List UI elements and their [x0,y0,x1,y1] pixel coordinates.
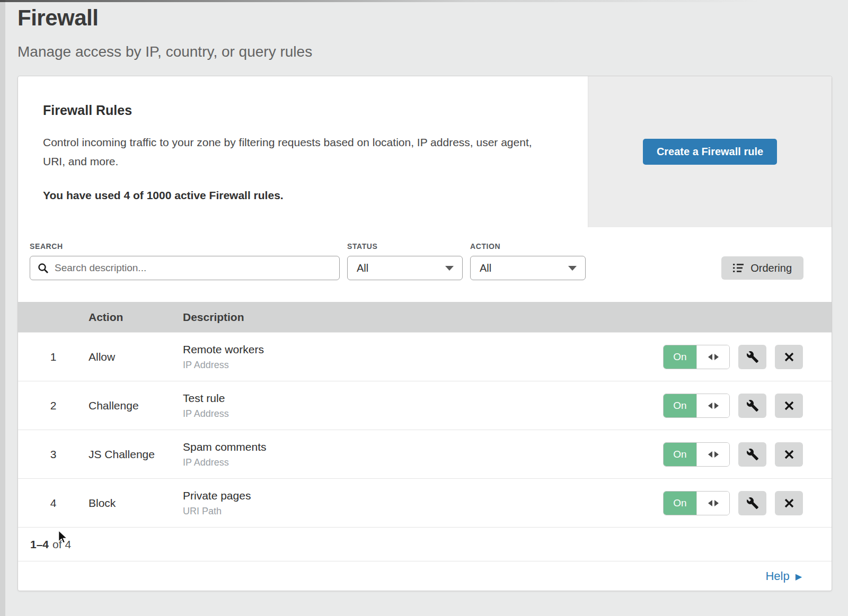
action-select[interactable]: All [470,256,586,280]
wrench-icon [746,399,759,412]
edit-rule-button[interactable] [738,491,766,515]
rule-priority: 2 [18,399,89,412]
list-ordering-icon [733,263,744,273]
rule-description: Remote workers [183,343,663,356]
search-label: SEARCH [30,242,340,251]
rules-description: Control incoming traffic to your zone by… [43,133,544,171]
table-header-row: Action Description [18,302,832,332]
help-link[interactable]: Help [765,569,789,583]
rule-action: Challenge [89,399,183,412]
action-label: ACTION [470,242,586,251]
status-filter: STATUS All [347,242,463,280]
filters-bar: SEARCH STATUS All ACTION All [18,227,832,302]
chevron-down-icon [568,266,577,271]
rule-action: Block [89,497,183,510]
wrench-icon [746,351,759,363]
search-input[interactable] [30,256,339,280]
rules-usage-count: You have used 4 of 1000 active Firewall … [43,189,562,202]
action-filter: ACTION All [470,242,586,280]
toggle-on-label: On [664,492,696,515]
rule-description: Test rule [183,392,663,405]
pagination-bar: 1–4 of 4 [18,527,832,561]
status-label: STATUS [347,242,463,251]
pagination-total: of 4 [52,538,71,551]
rule-action: Allow [89,351,183,363]
rule-description-cell: Spam comments IP Address [183,441,663,468]
status-select[interactable]: All [347,256,463,280]
toggle-on-label: On [664,443,696,466]
close-icon [783,449,795,460]
page-header: Firewall Manage access by IP, country, o… [17,5,312,60]
window-left-edge [0,0,5,616]
create-firewall-rule-button[interactable]: Create a Firewall rule [643,139,777,165]
search-filter: SEARCH [30,242,340,280]
rule-enabled-toggle[interactable]: On [663,345,730,369]
ordering-button[interactable]: Ordering [721,256,803,280]
wrench-icon [746,448,759,461]
table-row: 1 Allow Remote workers IP Address On [18,332,832,381]
ordering-button-label: Ordering [750,262,792,274]
action-column-header: Action [89,311,183,324]
table-row: 2 Challenge Test rule IP Address On [18,381,832,430]
rule-match-type: IP Address [183,360,663,371]
delete-rule-button[interactable] [775,345,803,369]
delete-rule-button[interactable] [775,394,803,418]
rule-description-cell: Test rule IP Address [183,392,663,419]
page-title: Firewall [17,5,312,31]
rule-description-cell: Remote workers IP Address [183,343,663,371]
rule-controls: On [663,394,832,418]
table-row: 3 JS Challenge Spam comments IP Address … [18,430,832,478]
edit-rule-button[interactable] [738,345,766,369]
search-box [30,256,340,280]
rule-description: Private pages [183,489,663,502]
rule-match-type: URI Path [183,506,663,517]
action-selected-value: All [480,262,491,274]
page-subtitle: Manage access by IP, country, or query r… [17,43,312,60]
search-icon [38,263,49,274]
triangle-right-icon: ▶ [796,570,802,582]
close-icon [783,497,795,509]
rule-action: JS Challenge [89,448,183,461]
rule-priority: 3 [18,448,89,461]
rule-match-type: IP Address [183,457,663,468]
delete-rule-button[interactable] [775,442,803,467]
rule-controls: On [663,345,832,369]
help-bar: Help ▶ [18,561,832,591]
toggle-on-label: On [664,394,696,417]
rule-priority: 4 [18,497,89,510]
rules-summary-section: Firewall Rules Control incoming traffic … [18,76,832,227]
rule-enabled-toggle[interactable]: On [663,394,730,418]
toggle-on-label: On [664,345,696,369]
window-top-edge [0,0,848,2]
edit-rule-button[interactable] [738,394,766,418]
chevron-down-icon [445,266,454,271]
status-selected-value: All [357,262,368,274]
table-row: 4 Block Private pages URI Path On [18,478,832,527]
toggle-arrows-icon [696,394,729,417]
rule-controls: On [663,491,832,515]
rules-title: Firewall Rules [43,103,562,118]
toggle-arrows-icon [696,492,729,515]
rules-summary-text: Firewall Rules Control incoming traffic … [18,76,588,227]
rule-description-cell: Private pages URI Path [183,489,663,517]
firewall-rules-card: Firewall Rules Control incoming traffic … [17,76,832,591]
delete-rule-button[interactable] [775,491,803,515]
rule-match-type: IP Address [183,408,663,419]
pagination-range: 1–4 [30,538,49,551]
rule-priority: 1 [18,351,89,363]
toggle-arrows-icon [696,443,729,466]
rule-controls: On [663,442,832,467]
toggle-arrows-icon [696,345,729,369]
wrench-icon [746,497,759,510]
create-rule-panel: Create a Firewall rule [588,76,832,227]
description-column-header: Description [183,311,832,324]
close-icon [783,351,795,363]
edit-rule-button[interactable] [738,442,766,467]
close-icon [783,400,795,412]
rule-enabled-toggle[interactable]: On [663,442,730,467]
rule-enabled-toggle[interactable]: On [663,491,730,515]
rule-description: Spam comments [183,441,663,453]
